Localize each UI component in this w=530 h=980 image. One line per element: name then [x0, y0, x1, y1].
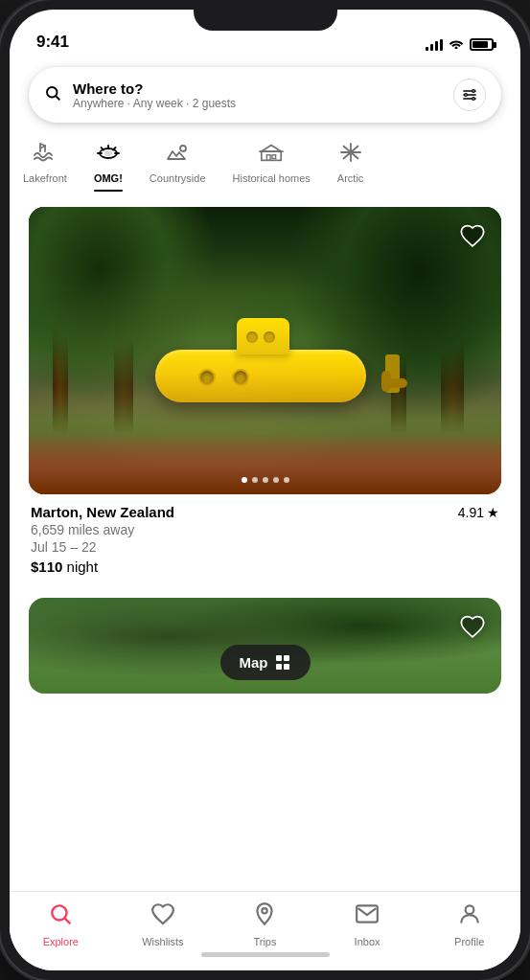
filter-button[interactable] — [453, 79, 486, 111]
inbox-icon — [355, 901, 380, 932]
bottom-nav: Explore Wishlists Trips — [10, 891, 520, 970]
wishlist-button-2[interactable] — [455, 609, 490, 644]
arctic-label: Arctic — [337, 172, 364, 184]
home-indicator — [201, 952, 330, 957]
listing-rating: 4.91 ★ — [458, 505, 499, 520]
status-time: 9:41 — [36, 33, 69, 52]
explore-icon — [48, 901, 73, 932]
countryside-label: Countryside — [150, 172, 206, 184]
nav-trips[interactable]: Trips — [214, 901, 316, 947]
listing-distance: 6,659 miles away — [31, 522, 499, 537]
profile-icon — [457, 901, 482, 932]
wishlists-icon — [150, 901, 175, 932]
svg-point-2 — [472, 90, 475, 93]
category-arctic[interactable]: Arctic — [324, 138, 378, 192]
dot-1 — [242, 477, 247, 483]
listing-card-2: Map — [29, 598, 501, 694]
listing-header: Marton, New Zealand 4.91 ★ — [31, 504, 499, 520]
omg-label: OMG! — [94, 172, 123, 184]
listing-dates: Jul 15 – 22 — [31, 539, 499, 555]
map-label: Map — [240, 654, 268, 671]
signal-icon — [426, 39, 443, 51]
trips-icon — [252, 901, 277, 932]
omg-icon — [96, 142, 121, 169]
listing-price: $110 night — [31, 558, 499, 575]
category-tabs: Lakefront OMG! — [10, 123, 520, 199]
svg-point-26 — [348, 150, 353, 155]
screen: 9:41 — [10, 10, 520, 970]
listing-image-container-2[interactable]: Map — [29, 598, 501, 694]
map-grid-icon — [276, 655, 291, 671]
main-content: Marton, New Zealand 4.91 ★ 6,659 miles a… — [10, 199, 520, 891]
lakefront-label: Lakefront — [23, 172, 67, 184]
nav-wishlists[interactable]: Wishlists — [112, 901, 215, 947]
image-dots — [242, 477, 289, 483]
wishlists-label: Wishlists — [142, 936, 183, 947]
listing-image-container[interactable] — [29, 207, 501, 494]
dot-2 — [252, 477, 258, 483]
category-lakefront[interactable]: Lakefront — [10, 138, 81, 192]
search-main-text: Where to? — [73, 80, 442, 97]
svg-point-11 — [104, 150, 112, 156]
battery-icon — [470, 38, 494, 51]
listing-info: Marton, New Zealand 4.91 ★ 6,659 miles a… — [29, 494, 501, 575]
countryside-icon — [165, 142, 190, 169]
explore-label: Explore — [43, 936, 79, 947]
nav-profile[interactable]: Profile — [418, 901, 520, 947]
category-countryside[interactable]: Countryside — [136, 138, 219, 192]
wifi-icon — [449, 37, 464, 52]
search-sub-text: Anywhere · Any week · 2 guests — [73, 97, 442, 110]
dot-3 — [263, 477, 268, 483]
trips-label: Trips — [253, 936, 276, 947]
listing-location: Marton, New Zealand — [31, 504, 174, 520]
search-container: Where to? Anywhere · Any week · 2 guests — [10, 59, 520, 123]
inbox-label: Inbox — [355, 936, 380, 947]
svg-rect-18 — [262, 151, 281, 160]
nav-explore[interactable]: Explore — [10, 901, 112, 947]
svg-point-28 — [263, 908, 267, 913]
price-unit: night — [67, 558, 99, 575]
svg-point-1 — [465, 94, 468, 97]
star-icon: ★ — [487, 505, 499, 520]
notch — [194, 0, 337, 31]
category-historical[interactable]: Historical homes — [219, 138, 324, 192]
price-amount: $110 — [31, 558, 62, 575]
map-button[interactable]: Map — [220, 645, 311, 680]
category-omg[interactable]: OMG! — [81, 138, 136, 192]
search-icon — [44, 84, 61, 106]
profile-label: Profile — [454, 936, 484, 947]
historical-icon — [259, 142, 284, 169]
status-icons — [426, 37, 494, 52]
listing-card: Marton, New Zealand 4.91 ★ 6,659 miles a… — [29, 207, 501, 575]
arctic-icon — [338, 142, 363, 169]
wishlist-button[interactable] — [455, 218, 490, 253]
lakefront-icon — [33, 142, 58, 169]
dot-4 — [273, 477, 279, 483]
dot-5 — [284, 477, 289, 483]
svg-point-17 — [180, 146, 186, 151]
historical-label: Historical homes — [233, 172, 311, 184]
rating-value: 4.91 — [458, 505, 484, 520]
phone-frame: 9:41 — [0, 0, 530, 980]
search-text: Where to? Anywhere · Any week · 2 guests — [73, 80, 442, 110]
svg-point-29 — [465, 905, 473, 914]
svg-rect-20 — [272, 155, 276, 159]
svg-point-3 — [472, 98, 475, 101]
nav-inbox[interactable]: Inbox — [316, 901, 419, 947]
search-bar[interactable]: Where to? Anywhere · Any week · 2 guests — [29, 67, 501, 123]
